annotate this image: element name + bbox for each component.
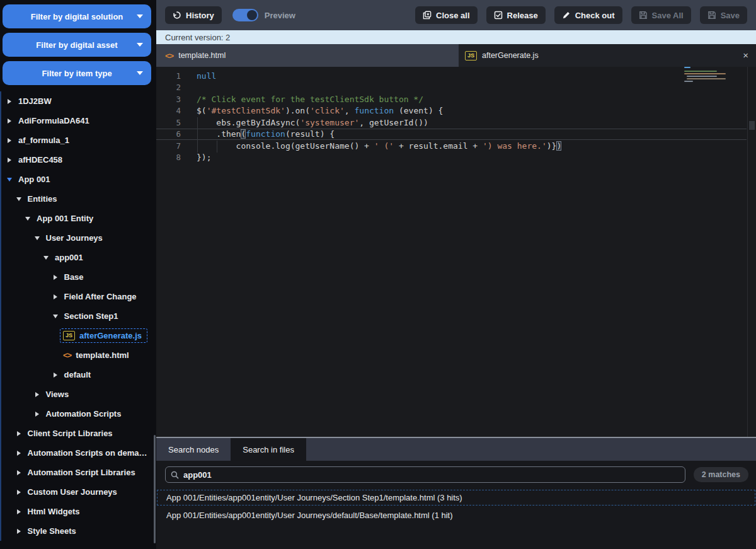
editor-scrollbar[interactable]	[747, 67, 756, 437]
tree-item-template-html[interactable]: <>template.html	[1, 345, 156, 365]
save-label: Save	[721, 11, 740, 20]
save-button[interactable]: Save	[700, 6, 747, 24]
search-results: App 001/Entities/app001entity/User Journ…	[156, 490, 756, 525]
search-box[interactable]	[165, 466, 685, 483]
code-token: )}	[547, 141, 557, 151]
tree-item-automation-scripts[interactable]: Automation Scripts	[1, 404, 156, 424]
tree-item-automation-script-libraries[interactable]: Automation Script Libraries	[1, 463, 156, 482]
tree-item-base[interactable]: Base	[1, 267, 156, 287]
chevron-right-icon[interactable]	[17, 451, 21, 456]
chevron-down-icon[interactable]	[7, 178, 12, 182]
code-line-5[interactable]: 5 ebs.getByIdAsync('systemuser', getUser…	[156, 117, 747, 129]
chevron-right-icon[interactable]	[54, 275, 57, 280]
tree-item-style-sheets[interactable]: Style Sheets	[1, 521, 156, 541]
code-token: console.log(getUserName() +	[197, 141, 374, 151]
chevron-right-icon[interactable]	[17, 490, 21, 495]
toolbar: History Preview Close all	[156, 0, 756, 30]
tree: 1DJ2BWAdiFormulaDA641af_formula_1afHDEC4…	[0, 91, 156, 541]
filter-by-item-type-button[interactable]: Filter by item type	[3, 61, 151, 85]
filter-by-digital-solution-label: Filter by digital solution	[31, 12, 123, 21]
code-line-3[interactable]: 3/* Click event for the testClientSdk bu…	[156, 93, 747, 105]
tree-item-1dj2bw[interactable]: 1DJ2BW	[1, 91, 156, 111]
filter-by-digital-solution-button[interactable]: Filter by digital solution	[3, 4, 151, 28]
close-tab-icon[interactable]: ×	[743, 50, 748, 61]
chevron-right-icon[interactable]	[54, 373, 57, 378]
tab-aftergenerate-js[interactable]: JS afterGenerate.js	[459, 44, 547, 67]
tree-item-default[interactable]: default	[1, 365, 156, 384]
search-result-text: App 001/Entities/app001entity/User Journ…	[166, 511, 453, 520]
tree-item-custom-user-journeys[interactable]: Custom User Journeys	[1, 482, 156, 502]
chevron-right-icon[interactable]	[35, 412, 39, 417]
tab-search-in-files[interactable]: Search in files	[231, 438, 306, 461]
tree-item-aftergenerate-js[interactable]: JSafterGenerate.js	[1, 326, 156, 345]
tree-item-label: Style Sheets	[28, 526, 76, 536]
code-line-2[interactable]: 2	[156, 82, 747, 94]
tree-item-section-step1[interactable]: Section Step1	[1, 306, 156, 326]
code-editor[interactable]: 1null23/* Click event for the testClient…	[156, 67, 756, 437]
tree-item-client-script-libraries[interactable]: Client Script Libraries	[1, 424, 156, 443]
tree-item-views[interactable]: Views	[1, 384, 156, 404]
save-all-label: Save All	[652, 11, 684, 20]
line-number: 3	[156, 95, 181, 104]
tree-item-label: af_formula_1	[18, 136, 69, 145]
chevron-down-icon[interactable]	[53, 315, 58, 318]
chevron-down-icon	[137, 14, 143, 18]
filter-buttons: Filter by digital solution Filter by dig…	[0, 0, 156, 85]
tree-item-app-001-entity[interactable]: App 001 Entity	[1, 209, 156, 228]
chevron-down-icon[interactable]	[16, 197, 21, 201]
tree-item-user-journeys[interactable]: User Journeys	[1, 228, 156, 248]
code-token: '#testClientSdk'	[207, 106, 285, 115]
save-all-button[interactable]: Save All	[631, 6, 691, 24]
chevron-right-icon[interactable]	[54, 294, 57, 299]
chevron-down-icon[interactable]	[43, 256, 49, 260]
tree-item-app-001[interactable]: App 001	[1, 170, 156, 189]
line-number: 6	[156, 129, 181, 139]
tree-item-label: Client Script Libraries	[28, 429, 113, 438]
chevron-down-icon[interactable]	[35, 236, 40, 240]
history-button[interactable]: History	[165, 6, 222, 24]
chevron-right-icon[interactable]	[35, 392, 39, 397]
save-icon	[707, 11, 716, 20]
code-line-6[interactable]: 6 .then(function(result) {	[156, 129, 747, 141]
tree-item-html-widgets[interactable]: Html Widgets	[1, 502, 156, 521]
tab-template-html[interactable]: <> template.html	[156, 44, 459, 67]
chevron-right-icon[interactable]	[8, 138, 11, 143]
search-input[interactable]	[183, 470, 680, 480]
code-line-8[interactable]: 8});	[156, 152, 747, 164]
search-result-2[interactable]: App 001/Entities/app001entity/User Journ…	[157, 507, 755, 523]
chevron-right-icon[interactable]	[17, 509, 21, 514]
code-line-1[interactable]: 1null	[156, 70, 747, 82]
tree-item-adiformulada641[interactable]: AdiFormulaDA641	[1, 111, 156, 130]
tab-search-nodes[interactable]: Search nodes	[156, 438, 231, 461]
tree-item-af-formula-1[interactable]: af_formula_1	[1, 130, 156, 150]
chevron-right-icon[interactable]	[8, 158, 11, 163]
indent-guide	[217, 141, 217, 153]
release-button[interactable]: Release	[486, 6, 546, 24]
chevron-right-icon[interactable]	[17, 431, 21, 436]
chevron-right-icon[interactable]	[17, 529, 21, 534]
sidebar-scrollbar-thumb[interactable]	[154, 435, 156, 543]
filter-by-item-type-label: Filter by item type	[42, 69, 112, 78]
chevron-right-icon[interactable]	[8, 118, 11, 124]
save-all-icon	[639, 11, 648, 20]
preview-toggle[interactable]	[232, 9, 258, 21]
check-out-button[interactable]: Check out	[554, 6, 622, 24]
chevron-right-icon[interactable]	[8, 99, 11, 104]
code-token: (result) {	[285, 129, 335, 139]
minimap[interactable]	[683, 67, 733, 83]
close-all-button[interactable]: Close all	[415, 6, 477, 24]
tree-item-afhdec458[interactable]: afHDEC458	[1, 150, 156, 170]
tree-item-app001[interactable]: app001	[1, 248, 156, 267]
tree-item-field-after-change[interactable]: Field After Change	[1, 287, 156, 306]
code-line-7[interactable]: 7 console.log(getUserName() + ' (' + res…	[156, 140, 747, 152]
chevron-down-icon[interactable]	[25, 217, 30, 221]
tree-item-automation-scripts-on-dema-[interactable]: Automation Scripts on dema…	[1, 443, 156, 463]
filter-by-digital-asset-button[interactable]: Filter by digital asset	[3, 33, 151, 57]
tree-item-label: Automation Script Libraries	[28, 468, 135, 477]
search-result-1[interactable]: App 001/Entities/app001entity/User Journ…	[157, 490, 755, 506]
tree-item-entities[interactable]: Entities	[1, 189, 156, 209]
tree-item-label: template.html	[76, 350, 129, 360]
tree-item-label: app001	[55, 253, 83, 262]
code-line-4[interactable]: 4$('#testClientSdk').on('click', functio…	[156, 105, 747, 117]
chevron-right-icon[interactable]	[17, 470, 21, 475]
